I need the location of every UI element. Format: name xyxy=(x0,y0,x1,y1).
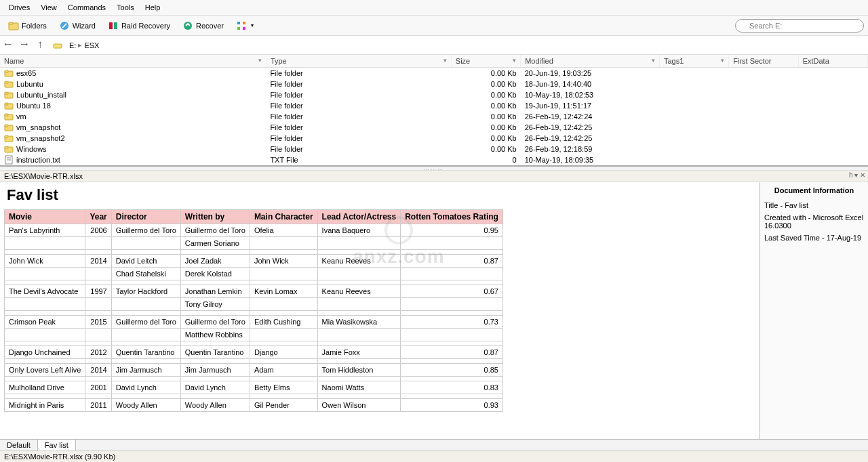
folder-icon xyxy=(4,112,14,121)
tab-fav-list[interactable]: Fav list xyxy=(38,440,76,450)
svg-rect-20 xyxy=(5,114,8,116)
document-info-panel: Document Information Title - Fav list Cr… xyxy=(760,182,868,439)
svg-rect-4 xyxy=(114,22,117,29)
svg-rect-18 xyxy=(5,103,8,105)
file-row[interactable]: Lubuntu_installFile folder0.00 Kb10-May-… xyxy=(0,89,868,100)
sheet-title: Fav list xyxy=(0,182,760,209)
menu-view[interactable]: View xyxy=(36,2,62,13)
chevron-right-icon: ▸ xyxy=(78,41,82,49)
preview-row: Fav list anxz.com MovieYearDirectorWritt… xyxy=(0,182,868,439)
nav-back-icon[interactable]: ⭠ xyxy=(4,41,14,50)
raid-recovery-button-icon xyxy=(108,20,119,31)
doc-info-saved: Last Saved Time - 17-Aug-19 xyxy=(764,234,864,242)
column-first-sector[interactable]: First Sector xyxy=(729,55,798,68)
nav-forward-icon[interactable]: ⭢ xyxy=(20,41,30,50)
menu-tools[interactable]: Tools xyxy=(112,2,139,13)
options-button-icon xyxy=(236,20,247,31)
menu-drives[interactable]: Drives xyxy=(4,2,35,13)
doc-info-created: Created with - Microsoft Excel 16.0300 xyxy=(764,213,864,230)
table-row: Only Lovers Left Alive2014Jim JarmuschJi… xyxy=(5,364,503,377)
column-modified[interactable]: Modified▾ xyxy=(521,55,660,68)
column-extdata[interactable]: ExtData xyxy=(798,55,867,68)
preview-path-bar: E:\ESX\Movie-RTR.xlsx h ▾ ✕ xyxy=(0,171,868,182)
table-row: Chad StahelskiDerek Kolstad xyxy=(5,268,503,280)
table-row: Tony Gilroy xyxy=(5,298,503,311)
table-row xyxy=(5,394,503,399)
table-row: John Wick2014David LeitchJoel ZadakJohn … xyxy=(5,255,503,268)
txt-icon xyxy=(4,155,14,165)
nav-up-icon[interactable]: ⭡ xyxy=(37,41,46,50)
menu-help[interactable]: Help xyxy=(140,2,165,13)
xlsx-icon: X xyxy=(4,166,14,167)
sheet-col-movie: Movie xyxy=(5,210,85,224)
folder-icon xyxy=(4,133,14,143)
svg-rect-3 xyxy=(109,22,113,29)
svg-rect-24 xyxy=(5,135,8,138)
path-drive: E: xyxy=(69,41,76,49)
raid-recovery-button[interactable]: Raid Recovery xyxy=(104,18,174,33)
table-row xyxy=(5,311,503,316)
path-folder: ESX xyxy=(84,41,99,49)
column-name[interactable]: Name▾ xyxy=(0,55,266,68)
table-row: Mulholland Drive2001David LynchDavid Lyn… xyxy=(5,381,503,394)
search-input[interactable] xyxy=(735,19,864,33)
svg-rect-22 xyxy=(5,125,8,127)
file-row[interactable]: vmFile folder0.00 Kb26-Feb-19, 12:42:24 xyxy=(0,111,868,122)
file-row[interactable]: LubuntuFile folder0.00 Kb18-Jun-19, 14:4… xyxy=(0,79,868,89)
column-size[interactable]: Size▾ xyxy=(451,55,520,68)
sheet-preview: Fav list anxz.com MovieYearDirectorWritt… xyxy=(0,182,760,439)
table-row: Carmen Soriano xyxy=(5,237,503,250)
options-button[interactable]: ▾ xyxy=(232,18,258,33)
table-row xyxy=(5,250,503,255)
file-row[interactable]: instruction.txtTXT File010-May-19, 18:09… xyxy=(0,154,868,165)
folders-button[interactable]: Folders xyxy=(4,18,51,33)
recover-button-icon xyxy=(182,20,193,31)
column-type[interactable]: Type▾ xyxy=(266,55,451,68)
folders-button-icon xyxy=(8,20,19,31)
preview-path-text: E:\ESX\Movie-RTR.xlsx xyxy=(4,172,83,180)
panel-close-icon[interactable]: ✕ xyxy=(860,171,865,179)
table-row: Crimson Peak2015Guillermo del ToroGuille… xyxy=(5,316,503,329)
tab-default[interactable]: Default xyxy=(0,440,38,450)
sheet-col-director: Director xyxy=(111,210,180,224)
column-tags1[interactable]: Tags1▾ xyxy=(659,55,728,68)
doc-info-heading: Document Information xyxy=(764,186,864,194)
svg-rect-6 xyxy=(237,22,240,24)
file-row[interactable]: vm_snapshotFile folder0.00 Kb26-Feb-19, … xyxy=(0,122,868,133)
file-row[interactable]: XMovie-RTR.xlsxMicrosoft Excel ...10 136… xyxy=(0,165,868,167)
file-row[interactable]: Ubuntu 18File folder0.00 Kb19-Jun-19, 11… xyxy=(0,100,868,111)
svg-rect-12 xyxy=(5,70,8,72)
svg-rect-26 xyxy=(5,146,8,148)
menu-commands[interactable]: Commands xyxy=(63,2,111,13)
recover-button[interactable]: Recover xyxy=(178,18,228,33)
table-row xyxy=(5,341,503,346)
svg-rect-10 xyxy=(54,44,62,48)
sheet-col-main-character: Main Character xyxy=(250,210,317,224)
spreadsheet-table: MovieYearDirectorWritten byMain Characte… xyxy=(4,209,503,412)
table-row: Pan's Labyrinth2006Guillermo del ToroGui… xyxy=(5,224,503,237)
sheet-col-lead-actor-actress: Lead Actor/Actress xyxy=(317,210,401,224)
file-row[interactable]: esx65File folder0.00 Kb20-Jun-19, 19:03:… xyxy=(0,68,868,79)
table-row: Matthew Robbins xyxy=(5,329,503,341)
folder-icon xyxy=(4,90,14,100)
folder-icon xyxy=(4,79,14,89)
svg-rect-7 xyxy=(243,22,245,24)
sheet-col-rotten-tomatoes-rating: Rotten Tomatoes Rating xyxy=(401,210,503,224)
menu-bar: DrivesViewCommandsToolsHelp xyxy=(0,0,868,16)
panel-pin-icon[interactable]: h xyxy=(849,171,853,179)
doc-info-title: Title - Fav list xyxy=(764,201,864,209)
table-row xyxy=(5,359,503,364)
wizard-button[interactable]: Wizard xyxy=(55,18,100,33)
sheet-tabs: DefaultFav list xyxy=(0,439,868,450)
panel-down-icon[interactable]: ▾ xyxy=(854,171,858,179)
table-row xyxy=(5,280,503,285)
drive-icon xyxy=(53,41,62,50)
sheet-col-written-by: Written by xyxy=(180,210,250,224)
table-row: Django Unchained2012Quentin TarantinoQue… xyxy=(5,346,503,359)
status-bar: E:\ESX\Movie-RTR.xlsx (9.90 Kb) xyxy=(0,450,868,462)
file-table[interactable]: Name▾Type▾Size▾Modified▾Tags1▾First Sect… xyxy=(0,55,868,167)
svg-rect-16 xyxy=(5,92,8,94)
file-row[interactable]: vm_snapshot2File folder0.00 Kb26-Feb-19,… xyxy=(0,133,868,144)
file-row[interactable]: WindowsFile folder0.00 Kb26-Feb-19, 12:1… xyxy=(0,144,868,154)
breadcrumb[interactable]: E: ▸ ESX xyxy=(69,41,99,49)
